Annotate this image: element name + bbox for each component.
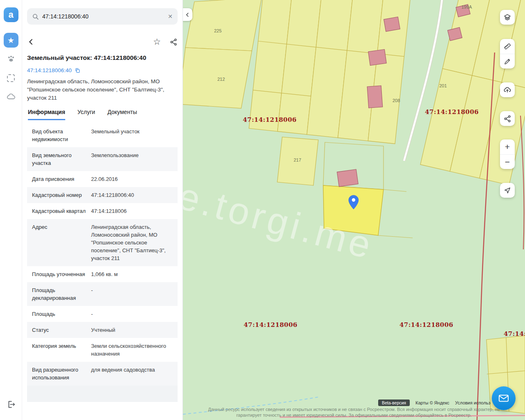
layers-icon	[503, 13, 511, 21]
dashed-square-icon	[7, 74, 15, 82]
cloud-icon	[6, 92, 16, 102]
terms-link[interactable]: Условия использ	[455, 400, 491, 405]
layers-button[interactable]	[500, 10, 515, 25]
tab-services[interactable]: Услуги	[78, 109, 95, 120]
chevron-left-icon	[185, 12, 190, 18]
object-address: Ленинградская область, Ломоносовский рай…	[27, 78, 178, 102]
tab-bar: Информация Услуги Документы	[27, 109, 178, 120]
zoom-out-button[interactable]: −	[500, 154, 515, 169]
copy-icon[interactable]	[75, 68, 80, 73]
chat-button[interactable]	[492, 386, 516, 410]
table-row: Вид разрешенного использованиядля ведени…	[27, 362, 178, 386]
clear-search-icon[interactable]: ✕	[168, 14, 173, 19]
collapse-panel-button[interactable]	[183, 8, 192, 21]
page-title: Земельный участок: 47:14:1218006:40	[27, 54, 178, 62]
tab-information[interactable]: Информация	[28, 109, 65, 120]
back-button[interactable]	[27, 38, 35, 46]
tab-documents[interactable]: Документы	[107, 109, 137, 120]
table-row-partial	[27, 386, 178, 402]
table-row: Категория земельЗемли сельскохозяйственн…	[27, 338, 178, 362]
zoom-in-button[interactable]: +	[500, 139, 515, 154]
draw-button[interactable]	[500, 54, 515, 68]
info-table: Вид объекта недвижимостиЗемельный участо…	[27, 123, 178, 402]
table-row: Кадастровый квартал47:14:1218006	[27, 203, 178, 219]
upload-button[interactable]	[500, 82, 515, 97]
upload-cloud-icon	[503, 86, 511, 94]
map-area: ine.torgi.me 47:14:1218006 47:14:1218006…	[183, 0, 525, 420]
table-row: Кадастровый номер47:14:1218006:40	[27, 187, 178, 203]
paw-rail-button[interactable]	[4, 52, 18, 66]
table-row: Площадь уточненная1,066 кв. м	[27, 266, 178, 282]
table-row: Площадь декларированная-	[27, 282, 178, 306]
building	[368, 49, 386, 65]
locate-me-button[interactable]	[500, 183, 515, 198]
table-row: Вид земельного участкаЗемлепользование	[27, 147, 178, 171]
table-row: Вид объекта недвижимостиЗемельный участо…	[27, 123, 178, 147]
ruler-icon	[503, 42, 511, 50]
share-icon	[504, 115, 511, 123]
logout-icon	[7, 400, 16, 409]
building	[384, 17, 400, 32]
cloud-rail-button[interactable]	[4, 89, 18, 104]
table-row: Дата присвоения22.06.2016	[27, 171, 178, 187]
search-input[interactable]	[42, 13, 164, 20]
search-icon	[32, 13, 39, 20]
selected-parcel[interactable]	[323, 185, 383, 235]
building	[337, 169, 358, 187]
search-bar[interactable]: ✕	[27, 8, 178, 25]
map-attribution: Beta-версия Карты © Яндекс Условия испол…	[378, 399, 491, 406]
beta-badge: Beta-версия	[378, 399, 410, 406]
table-row: СтатусУчтенный	[27, 322, 178, 338]
envelope-icon	[498, 394, 509, 403]
measure-button[interactable]	[500, 39, 515, 54]
cadastral-map-canvas[interactable]	[183, 0, 525, 420]
icon-rail: a ★	[0, 0, 22, 420]
object-panel: ✕ ☆ Земельный участок: 47:14:1218006:40 …	[22, 0, 183, 420]
favorite-button[interactable]: ☆	[153, 37, 161, 47]
location-arrow-icon	[504, 187, 511, 194]
yandex-attribution: Карты © Яндекс	[415, 400, 450, 405]
logout-button[interactable]	[4, 397, 18, 412]
share-icon	[170, 38, 178, 46]
building	[367, 86, 383, 108]
share-button[interactable]	[170, 38, 178, 46]
table-row: АдресЛенинградская область, Ломоносовски…	[27, 219, 178, 266]
app-window: a ★ ✕	[0, 0, 525, 420]
pencil-icon	[504, 58, 511, 65]
cadastral-number-row: 47:14:1218006:40	[27, 67, 178, 73]
chevron-left-icon	[27, 38, 35, 46]
favorites-rail-button[interactable]: ★	[4, 33, 18, 48]
area-select-rail-button[interactable]	[4, 71, 18, 85]
cadastral-number-link[interactable]: 47:14:1218006:40	[27, 67, 72, 73]
panel-actions: ☆	[27, 37, 178, 47]
table-row: Площадь-	[27, 306, 178, 322]
star-icon: ★	[7, 36, 14, 45]
app-logo[interactable]: a	[4, 7, 18, 22]
map-share-button[interactable]	[500, 111, 515, 126]
paw-icon	[6, 54, 16, 64]
